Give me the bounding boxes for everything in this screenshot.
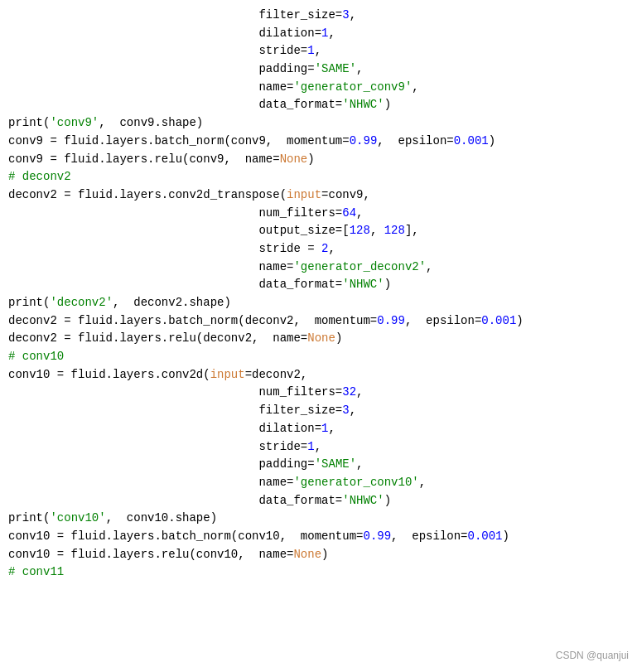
code-line: conv10 = fluid.layers.relu(conv10, name=…: [0, 546, 637, 564]
code-line: deconv2 = fluid.layers.conv2d_transpose(…: [0, 186, 637, 205]
code-line: name='generator_conv9',: [0, 79, 637, 97]
code-block: filter_size=3, dilation=1, stride=1, pad…: [0, 7, 637, 582]
watermark-text: CSDN @quanjui: [556, 648, 629, 664]
code-line: output_size=[128, 128],: [0, 222, 637, 240]
code-line: deconv2 = fluid.layers.batch_norm(deconv…: [0, 312, 637, 331]
code-line: deconv2 = fluid.layers.relu(deconv2, nam…: [0, 330, 637, 348]
code-line: conv9 = fluid.layers.batch_norm(conv9, m…: [0, 133, 637, 151]
code-line: conv10 = fluid.layers.batch_norm(conv10,…: [0, 528, 637, 546]
code-line: name='generator_conv10',: [0, 474, 637, 492]
code-container: filter_size=3, dilation=1, stride=1, pad…: [0, 0, 637, 672]
code-line: data_format='NHWC'): [0, 96, 637, 114]
code-line: conv9 = fluid.layers.relu(conv9, name=No…: [0, 151, 637, 169]
code-line: padding='SAME',: [0, 60, 637, 79]
code-line: data_format='NHWC'): [0, 276, 637, 294]
code-line: name='generator_deconv2',: [0, 259, 637, 277]
code-line: # conv10: [0, 348, 637, 366]
code-line: # conv11: [0, 563, 637, 582]
code-line: data_format='NHWC'): [0, 492, 637, 510]
code-line: filter_size=3,: [0, 7, 637, 25]
code-line: conv10 = fluid.layers.conv2d(input=decon…: [0, 366, 637, 384]
code-line: # deconv2: [0, 168, 637, 186]
code-line: print('conv9', conv9.shape): [0, 114, 637, 133]
code-line: print('conv10', conv10.shape): [0, 510, 637, 528]
code-line: num_filters=64,: [0, 205, 637, 223]
code-line: padding='SAME',: [0, 456, 637, 474]
code-line: filter_size=3,: [0, 402, 637, 420]
code-line: stride = 2,: [0, 240, 637, 259]
code-line: stride=1,: [0, 438, 637, 457]
code-line: dilation=1,: [0, 25, 637, 43]
code-line: dilation=1,: [0, 420, 637, 438]
code-line: print('deconv2', deconv2.shape): [0, 294, 637, 312]
code-line: stride=1,: [0, 42, 637, 60]
code-line: num_filters=32,: [0, 384, 637, 402]
